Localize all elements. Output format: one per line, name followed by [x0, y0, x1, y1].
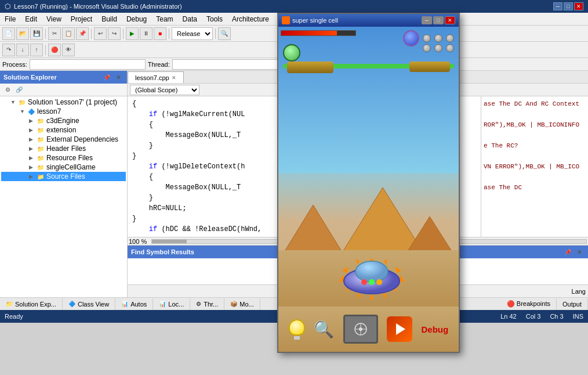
redo-btn[interactable]: ↪ — [108, 27, 121, 40]
menu-edit[interactable]: Edit — [20, 14, 42, 24]
tree-extension[interactable]: ▶ 📁 extension — [1, 125, 126, 135]
thread-input[interactable] — [172, 59, 288, 70]
bottom-tab-solution[interactable]: 📁 Solution Exp... — [0, 298, 63, 310]
watch-btn[interactable]: 👁 — [62, 44, 75, 56]
solution-tree: ▼ 📁 Solution 'Lesson7' (1 project) ▼ 🔷 l… — [0, 96, 127, 297]
se-ref-btn[interactable]: 🔗 — [14, 85, 24, 95]
game-title-text: super single cell — [292, 17, 338, 24]
bottom-tab-output[interactable]: Output — [557, 298, 588, 310]
game-maximize-btn[interactable]: □ — [433, 16, 444, 24]
coin-4 — [423, 44, 431, 52]
bp-tab-label: 🔴 Breakpoints — [507, 300, 550, 308]
menu-view[interactable]: View — [42, 14, 66, 24]
minimize-button[interactable]: ─ — [553, 2, 562, 10]
stop-btn[interactable]: ■ — [154, 27, 166, 40]
bottom-tab-thr[interactable]: ⚙ Thr... — [190, 298, 224, 310]
solution-explorer-toolbar: ⚙ 🔗 — [0, 84, 127, 96]
bottom-tab-autos[interactable]: 📊 Autos — [115, 298, 153, 310]
menu-data[interactable]: Data — [178, 14, 202, 24]
menu-architecture[interactable]: Architecture — [227, 14, 274, 24]
lightbulb-icon — [289, 319, 305, 340]
tree-header[interactable]: ▶ 📁 Header Files — [1, 144, 126, 153]
tree-hdr-label: Header Files — [46, 145, 86, 153]
thread-label: Thread: — [148, 61, 170, 68]
bottom-tab-class[interactable]: 🔷 Class View — [63, 298, 115, 310]
bottom-tab-solution-label: Solution Exp... — [15, 301, 56, 308]
tree-cell-label: singleCellGame — [46, 163, 96, 171]
debug-label: Debug — [422, 324, 449, 334]
folder-icon-hdr: 📁 — [36, 145, 45, 153]
tree-c3d-label: c3dEngine — [46, 117, 79, 125]
bottom-tab-loc[interactable]: 📊 Loc... — [153, 298, 190, 310]
new-btn[interactable]: 📄 — [2, 27, 15, 40]
scroll-thumb[interactable] — [152, 240, 187, 243]
platform-right — [409, 62, 450, 72]
menu-team[interactable]: Team — [151, 14, 177, 24]
right-code-content: ase The DC And RC ContextROR"),MB_OK | M… — [481, 96, 588, 195]
hp-bar-fill — [281, 31, 337, 35]
find-results-title: Find Symbol Results — [131, 248, 194, 255]
tree-deps-label: External Dependencies — [46, 135, 118, 143]
folder-icon-res: 📁 — [36, 154, 45, 162]
bottom-tab-class-label: Class View — [78, 301, 109, 308]
save-btn[interactable]: 💾 — [30, 27, 43, 40]
tab-close-btn[interactable]: ✕ — [172, 75, 176, 81]
search-btn[interactable]: 🔍 — [218, 27, 231, 40]
bulb-shape — [289, 319, 305, 336]
tree-project[interactable]: ▼ 🔷 lesson7 — [1, 107, 126, 116]
sep5 — [215, 28, 216, 39]
tab-lesson7[interactable]: lesson7.cpp ✕ — [128, 71, 184, 83]
process-label: Process: — [2, 61, 27, 68]
se-close-btn[interactable]: ✕ — [113, 73, 124, 82]
step-over[interactable]: ↷ — [2, 44, 15, 56]
step-in[interactable]: ↓ — [16, 44, 29, 56]
tree-extdeps[interactable]: ▶ 📁 External Dependencies — [1, 135, 126, 144]
tree-singlecell[interactable]: ▶ 📁 singleCellGame — [1, 163, 126, 172]
status-ins: INS — [573, 313, 583, 320]
bp-btn[interactable]: 🔴 — [48, 44, 61, 56]
sep4 — [169, 28, 169, 39]
game-window: super single cell ─ □ ✕ — [277, 13, 460, 353]
undo-btn[interactable]: ↩ — [94, 27, 107, 40]
svg-point-18 — [369, 279, 375, 285]
config-dropdown[interactable]: Release — [172, 27, 213, 40]
find-close-btn[interactable]: ✕ — [574, 247, 585, 257]
right-panel: ase The DC And RC ContextROR"),MB_OK | M… — [481, 96, 588, 237]
step-out[interactable]: ↑ — [30, 44, 43, 56]
game-minimize-btn[interactable]: ─ — [422, 16, 432, 24]
run-btn[interactable]: ▶ — [126, 27, 139, 40]
output-tab-label: Output — [562, 301, 582, 308]
tree-c3d[interactable]: ▶ 📁 c3dEngine — [1, 116, 126, 125]
scope-dropdown[interactable]: (Global Scope) — [130, 85, 199, 95]
tree-src-label: Source Files — [46, 172, 85, 181]
bottom-tab-bp[interactable]: 🔴 Breakpoints — [501, 298, 557, 310]
process-input[interactable] — [30, 59, 146, 70]
tree-source[interactable]: ▶ 📁 Source Files — [1, 172, 126, 181]
se-prop-btn[interactable]: ⚙ — [2, 85, 13, 95]
se-pin-btn[interactable]: 📌 — [101, 73, 112, 82]
bottom-tab-thr-label: Thr... — [204, 301, 218, 308]
bottom-tab-mo[interactable]: 📦 Mo... — [224, 298, 260, 310]
tree-solution[interactable]: ▼ 📁 Solution 'Lesson7' (1 project) — [1, 98, 126, 107]
find-pin-btn[interactable]: 📌 — [562, 247, 573, 257]
cut-btn[interactable]: ✂ — [48, 27, 61, 40]
menu-tools[interactable]: Tools — [202, 14, 227, 24]
paste-btn[interactable]: 📌 — [76, 27, 89, 40]
bottom-tab-loc-label: Loc... — [168, 301, 184, 308]
close-button[interactable]: ✕ — [574, 2, 583, 10]
svg-marker-7 — [383, 293, 386, 299]
tree-res-label: Resource Files — [46, 154, 93, 162]
menu-project[interactable]: Project — [66, 14, 97, 24]
menu-build[interactable]: Build — [97, 14, 122, 24]
maximize-button[interactable]: □ — [564, 2, 573, 10]
tree-resource[interactable]: ▶ 📁 Resource Files — [1, 153, 126, 163]
menu-debug[interactable]: Debug — [122, 14, 151, 24]
menu-file[interactable]: File — [0, 14, 20, 24]
copy-btn[interactable]: 📋 — [62, 27, 75, 40]
solution-explorer-title: Solution Explorer — [3, 74, 57, 81]
pause-btn[interactable]: ⏸ — [140, 27, 153, 40]
play-button[interactable] — [387, 316, 412, 342]
game-close-btn[interactable]: ✕ — [445, 16, 455, 24]
open-btn[interactable]: 📂 — [16, 27, 29, 40]
solution-explorer-header: Solution Explorer 📌 ✕ — [0, 71, 127, 84]
